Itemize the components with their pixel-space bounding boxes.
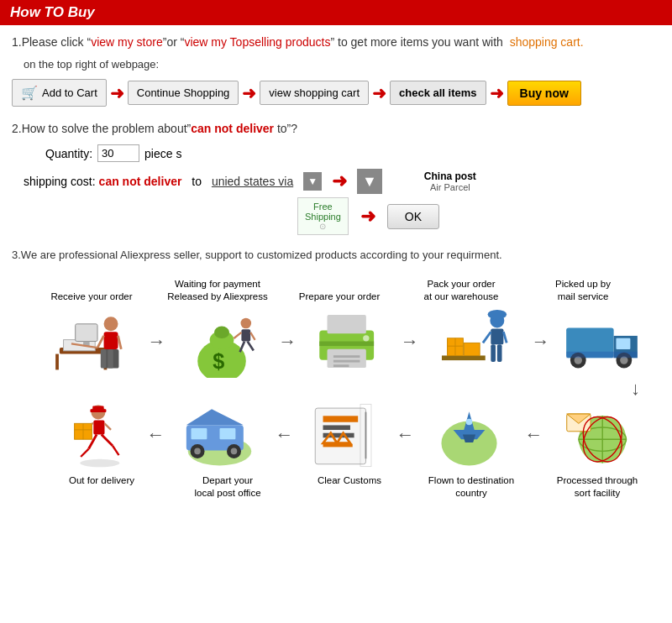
bottom-arrow-1: →: [146, 424, 165, 446]
icon-airplane: [416, 400, 523, 471]
shipping-arrow: ➜: [332, 170, 347, 192]
shipping-label: shipping cost:: [24, 175, 96, 188]
svg-line-10: [118, 336, 122, 349]
svg-text:$: $: [213, 349, 225, 373]
can-not-deliver-text: can not deliver: [191, 122, 274, 135]
svg-rect-46: [616, 338, 630, 349]
label-receive: Receive your order: [37, 291, 146, 303]
svg-rect-41: [491, 345, 496, 363]
process-diagram: Receive your order Waiting for paymentRe…: [12, 278, 660, 500]
section1-line2: on the top right of webpage:: [24, 58, 660, 71]
free-shipping-badge[interactable]: Free Shipping ⊙: [297, 197, 349, 235]
china-post-label: China post: [424, 170, 476, 182]
quantity-input[interactable]: [97, 144, 139, 162]
arrow-1: ➜: [110, 83, 124, 103]
top-row-icons: → $ →: [37, 306, 652, 378]
check-all-items-button[interactable]: check all items: [390, 81, 486, 105]
icon-sort: [544, 400, 652, 471]
svg-rect-34: [464, 343, 480, 356]
svg-rect-30: [333, 365, 349, 368]
svg-line-90: [105, 423, 112, 430]
svg-point-64: [466, 419, 473, 426]
cart-icon: 🛒: [21, 85, 38, 101]
dropdown-2[interactable]: ▼: [357, 169, 382, 194]
shipping-row: shipping cost: can not deliver to unied …: [24, 169, 382, 194]
svg-point-79: [194, 448, 201, 454]
svg-point-43: [488, 310, 507, 319]
label-prepare: Prepare your order: [289, 291, 390, 303]
to-label: to: [192, 175, 202, 188]
shopping-cart-link[interactable]: shopping cart.: [510, 35, 584, 49]
page-title: How TO Buy: [10, 4, 95, 20]
destination-link[interactable]: unied states via: [212, 175, 293, 188]
label-customs: Clear Customs: [299, 474, 400, 500]
icon-van: [166, 400, 274, 471]
svg-rect-25: [328, 315, 366, 333]
svg-rect-13: [108, 349, 114, 369]
continue-shopping-button[interactable]: Continue Shopping: [128, 81, 239, 105]
view-topselling-link[interactable]: view my Topselling products: [184, 35, 330, 49]
section2-title: 2.How to solve the problem about”can not…: [12, 120, 660, 138]
bottom-arrow-4: →: [524, 424, 543, 446]
icon-receive: [37, 308, 146, 375]
svg-rect-67: [323, 425, 350, 430]
svg-point-81: [231, 448, 238, 454]
bottom-arrow-2: →: [275, 424, 293, 446]
svg-line-40: [503, 332, 507, 343]
bottom-row-labels: Processed throughsort facility Flown to …: [37, 474, 652, 500]
bottom-arrow-3: →: [396, 424, 414, 446]
svg-rect-38: [491, 329, 503, 345]
top-row-labels: Receive your order Waiting for paymentRe…: [37, 278, 652, 303]
add-to-cart-button[interactable]: 🛒 Add to Cart: [12, 79, 107, 107]
label-sort: Processed throughsort facility: [543, 474, 652, 500]
bottom-row-icons: → →: [37, 400, 652, 471]
svg-rect-29: [333, 360, 360, 363]
step-flow: 🛒 Add to Cart ➜ Continue Shopping ➜ view…: [12, 79, 660, 107]
china-post-info: China post Air Parcel: [424, 170, 476, 192]
svg-rect-32: [442, 356, 486, 361]
ok-button[interactable]: OK: [387, 204, 439, 229]
svg-rect-12: [101, 349, 107, 369]
arrow-3: ➜: [372, 83, 386, 103]
svg-rect-28: [333, 356, 360, 359]
svg-rect-77: [219, 428, 235, 439]
svg-rect-51: [566, 352, 638, 359]
view-store-link[interactable]: view my store: [91, 35, 163, 49]
svg-rect-87: [91, 409, 107, 412]
arrow-2: ➜: [242, 83, 256, 103]
svg-line-23: [248, 341, 254, 350]
top-arrow-3: →: [401, 331, 419, 353]
svg-rect-70: [323, 444, 353, 448]
section3-text: 3.We are professional Aliexpress seller,…: [12, 249, 660, 261]
free-shipping-arrow: ➜: [360, 206, 375, 228]
svg-rect-27: [319, 342, 374, 347]
icon-waiting: $: [168, 306, 277, 378]
label-flown: Flown to destinationcountry: [417, 474, 526, 500]
svg-line-8: [97, 336, 104, 348]
svg-rect-42: [497, 345, 502, 363]
section1-text: 1.Please click “view my store”or “view m…: [12, 34, 660, 51]
svg-line-94: [113, 446, 119, 455]
icon-delivery-man: [37, 400, 144, 471]
label-pack: Pack your orderat our warehouse: [407, 278, 516, 303]
piece-label: piece s: [144, 147, 181, 160]
svg-point-18: [241, 318, 252, 329]
icon-pack: [421, 308, 530, 375]
svg-marker-75: [186, 409, 244, 425]
svg-rect-66: [323, 416, 359, 421]
view-shopping-cart-button[interactable]: view shopping cart: [260, 81, 369, 105]
svg-point-95: [81, 459, 120, 467]
svg-line-93: [81, 448, 88, 456]
svg-line-20: [234, 332, 242, 338]
svg-point-6: [104, 317, 118, 332]
buy-now-button[interactable]: Buy now: [507, 81, 581, 106]
section-2: 2.How to solve the problem about”can not…: [12, 120, 660, 235]
svg-line-21: [251, 332, 255, 340]
label-pickup: Picked up bymail service: [533, 278, 633, 303]
quantity-row: Quantity: piece s: [45, 144, 660, 162]
page-header: How TO Buy: [0, 0, 672, 25]
section-3: 3.We are professional Aliexpress seller,…: [12, 249, 660, 261]
dropdown-1[interactable]: ▼: [303, 172, 322, 191]
svg-rect-88: [94, 420, 105, 434]
svg-rect-4: [76, 324, 97, 342]
